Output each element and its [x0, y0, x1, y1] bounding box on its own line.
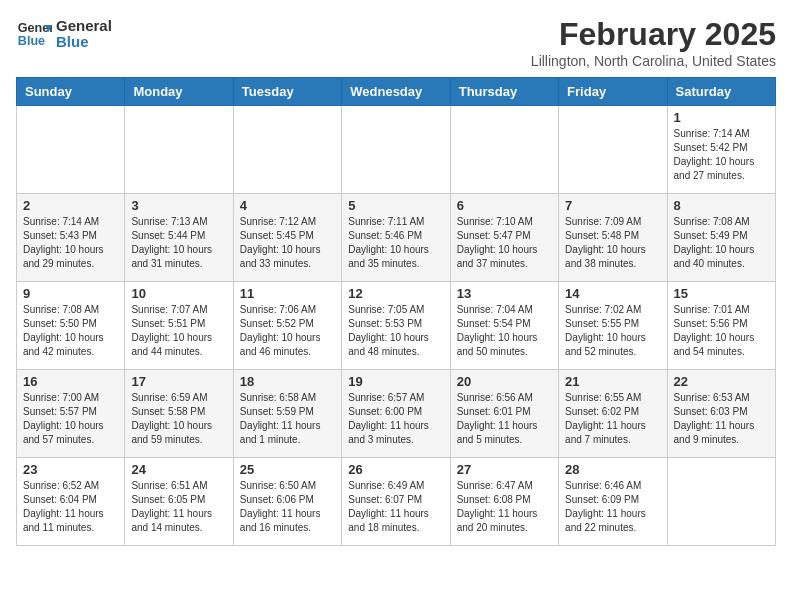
weekday-header: Saturday	[667, 78, 775, 106]
month-title: February 2025	[531, 16, 776, 53]
calendar-week-row: 2Sunrise: 7:14 AM Sunset: 5:43 PM Daylig…	[17, 194, 776, 282]
weekday-header: Monday	[125, 78, 233, 106]
calendar-cell: 11Sunrise: 7:06 AM Sunset: 5:52 PM Dayli…	[233, 282, 341, 370]
day-info: Sunrise: 7:00 AM Sunset: 5:57 PM Dayligh…	[23, 391, 118, 447]
day-number: 19	[348, 374, 443, 389]
calendar-cell: 22Sunrise: 6:53 AM Sunset: 6:03 PM Dayli…	[667, 370, 775, 458]
calendar-cell: 2Sunrise: 7:14 AM Sunset: 5:43 PM Daylig…	[17, 194, 125, 282]
day-info: Sunrise: 6:58 AM Sunset: 5:59 PM Dayligh…	[240, 391, 335, 447]
day-number: 26	[348, 462, 443, 477]
day-number: 12	[348, 286, 443, 301]
weekday-header: Thursday	[450, 78, 558, 106]
calendar-week-row: 1Sunrise: 7:14 AM Sunset: 5:42 PM Daylig…	[17, 106, 776, 194]
day-info: Sunrise: 7:04 AM Sunset: 5:54 PM Dayligh…	[457, 303, 552, 359]
calendar-cell: 1Sunrise: 7:14 AM Sunset: 5:42 PM Daylig…	[667, 106, 775, 194]
calendar-cell	[450, 106, 558, 194]
day-info: Sunrise: 6:47 AM Sunset: 6:08 PM Dayligh…	[457, 479, 552, 535]
day-number: 18	[240, 374, 335, 389]
weekday-header: Wednesday	[342, 78, 450, 106]
day-number: 28	[565, 462, 660, 477]
calendar: SundayMondayTuesdayWednesdayThursdayFrid…	[16, 77, 776, 546]
calendar-header-row: SundayMondayTuesdayWednesdayThursdayFrid…	[17, 78, 776, 106]
weekday-header: Tuesday	[233, 78, 341, 106]
day-info: Sunrise: 6:46 AM Sunset: 6:09 PM Dayligh…	[565, 479, 660, 535]
day-number: 21	[565, 374, 660, 389]
day-number: 22	[674, 374, 769, 389]
day-info: Sunrise: 6:59 AM Sunset: 5:58 PM Dayligh…	[131, 391, 226, 447]
calendar-cell	[342, 106, 450, 194]
calendar-cell: 8Sunrise: 7:08 AM Sunset: 5:49 PM Daylig…	[667, 194, 775, 282]
day-info: Sunrise: 7:07 AM Sunset: 5:51 PM Dayligh…	[131, 303, 226, 359]
day-info: Sunrise: 6:55 AM Sunset: 6:02 PM Dayligh…	[565, 391, 660, 447]
day-number: 13	[457, 286, 552, 301]
day-info: Sunrise: 6:51 AM Sunset: 6:05 PM Dayligh…	[131, 479, 226, 535]
calendar-cell: 17Sunrise: 6:59 AM Sunset: 5:58 PM Dayli…	[125, 370, 233, 458]
day-number: 20	[457, 374, 552, 389]
calendar-cell: 26Sunrise: 6:49 AM Sunset: 6:07 PM Dayli…	[342, 458, 450, 546]
calendar-cell: 27Sunrise: 6:47 AM Sunset: 6:08 PM Dayli…	[450, 458, 558, 546]
calendar-cell: 28Sunrise: 6:46 AM Sunset: 6:09 PM Dayli…	[559, 458, 667, 546]
calendar-cell: 20Sunrise: 6:56 AM Sunset: 6:01 PM Dayli…	[450, 370, 558, 458]
day-info: Sunrise: 7:06 AM Sunset: 5:52 PM Dayligh…	[240, 303, 335, 359]
day-info: Sunrise: 6:50 AM Sunset: 6:06 PM Dayligh…	[240, 479, 335, 535]
day-number: 15	[674, 286, 769, 301]
day-number: 9	[23, 286, 118, 301]
day-info: Sunrise: 7:05 AM Sunset: 5:53 PM Dayligh…	[348, 303, 443, 359]
day-info: Sunrise: 7:02 AM Sunset: 5:55 PM Dayligh…	[565, 303, 660, 359]
day-number: 25	[240, 462, 335, 477]
title-area: February 2025 Lillington, North Carolina…	[531, 16, 776, 69]
calendar-cell: 25Sunrise: 6:50 AM Sunset: 6:06 PM Dayli…	[233, 458, 341, 546]
logo-icon: General Blue	[16, 16, 52, 52]
logo-general: General	[56, 18, 112, 35]
day-number: 7	[565, 198, 660, 213]
calendar-cell	[667, 458, 775, 546]
calendar-cell: 19Sunrise: 6:57 AM Sunset: 6:00 PM Dayli…	[342, 370, 450, 458]
svg-text:Blue: Blue	[18, 34, 45, 48]
day-number: 4	[240, 198, 335, 213]
calendar-cell: 3Sunrise: 7:13 AM Sunset: 5:44 PM Daylig…	[125, 194, 233, 282]
calendar-cell: 23Sunrise: 6:52 AM Sunset: 6:04 PM Dayli…	[17, 458, 125, 546]
day-number: 1	[674, 110, 769, 125]
day-number: 5	[348, 198, 443, 213]
day-number: 8	[674, 198, 769, 213]
calendar-week-row: 23Sunrise: 6:52 AM Sunset: 6:04 PM Dayli…	[17, 458, 776, 546]
day-number: 10	[131, 286, 226, 301]
day-number: 16	[23, 374, 118, 389]
logo: General Blue General Blue	[16, 16, 112, 52]
day-number: 27	[457, 462, 552, 477]
calendar-week-row: 9Sunrise: 7:08 AM Sunset: 5:50 PM Daylig…	[17, 282, 776, 370]
day-info: Sunrise: 7:09 AM Sunset: 5:48 PM Dayligh…	[565, 215, 660, 271]
day-info: Sunrise: 6:57 AM Sunset: 6:00 PM Dayligh…	[348, 391, 443, 447]
day-number: 24	[131, 462, 226, 477]
day-info: Sunrise: 6:52 AM Sunset: 6:04 PM Dayligh…	[23, 479, 118, 535]
calendar-week-row: 16Sunrise: 7:00 AM Sunset: 5:57 PM Dayli…	[17, 370, 776, 458]
calendar-cell: 14Sunrise: 7:02 AM Sunset: 5:55 PM Dayli…	[559, 282, 667, 370]
weekday-header: Sunday	[17, 78, 125, 106]
calendar-cell: 16Sunrise: 7:00 AM Sunset: 5:57 PM Dayli…	[17, 370, 125, 458]
logo-blue: Blue	[56, 34, 112, 51]
day-number: 11	[240, 286, 335, 301]
day-info: Sunrise: 6:56 AM Sunset: 6:01 PM Dayligh…	[457, 391, 552, 447]
day-info: Sunrise: 7:08 AM Sunset: 5:49 PM Dayligh…	[674, 215, 769, 271]
day-info: Sunrise: 7:10 AM Sunset: 5:47 PM Dayligh…	[457, 215, 552, 271]
calendar-cell: 4Sunrise: 7:12 AM Sunset: 5:45 PM Daylig…	[233, 194, 341, 282]
calendar-cell	[17, 106, 125, 194]
day-info: Sunrise: 7:14 AM Sunset: 5:42 PM Dayligh…	[674, 127, 769, 183]
day-number: 23	[23, 462, 118, 477]
day-info: Sunrise: 7:13 AM Sunset: 5:44 PM Dayligh…	[131, 215, 226, 271]
day-number: 17	[131, 374, 226, 389]
calendar-cell: 21Sunrise: 6:55 AM Sunset: 6:02 PM Dayli…	[559, 370, 667, 458]
day-number: 2	[23, 198, 118, 213]
day-info: Sunrise: 7:11 AM Sunset: 5:46 PM Dayligh…	[348, 215, 443, 271]
calendar-cell: 10Sunrise: 7:07 AM Sunset: 5:51 PM Dayli…	[125, 282, 233, 370]
calendar-cell: 18Sunrise: 6:58 AM Sunset: 5:59 PM Dayli…	[233, 370, 341, 458]
day-info: Sunrise: 7:14 AM Sunset: 5:43 PM Dayligh…	[23, 215, 118, 271]
calendar-cell: 13Sunrise: 7:04 AM Sunset: 5:54 PM Dayli…	[450, 282, 558, 370]
calendar-cell: 5Sunrise: 7:11 AM Sunset: 5:46 PM Daylig…	[342, 194, 450, 282]
day-number: 14	[565, 286, 660, 301]
calendar-cell: 7Sunrise: 7:09 AM Sunset: 5:48 PM Daylig…	[559, 194, 667, 282]
day-info: Sunrise: 7:01 AM Sunset: 5:56 PM Dayligh…	[674, 303, 769, 359]
calendar-cell	[233, 106, 341, 194]
day-number: 3	[131, 198, 226, 213]
calendar-cell: 15Sunrise: 7:01 AM Sunset: 5:56 PM Dayli…	[667, 282, 775, 370]
